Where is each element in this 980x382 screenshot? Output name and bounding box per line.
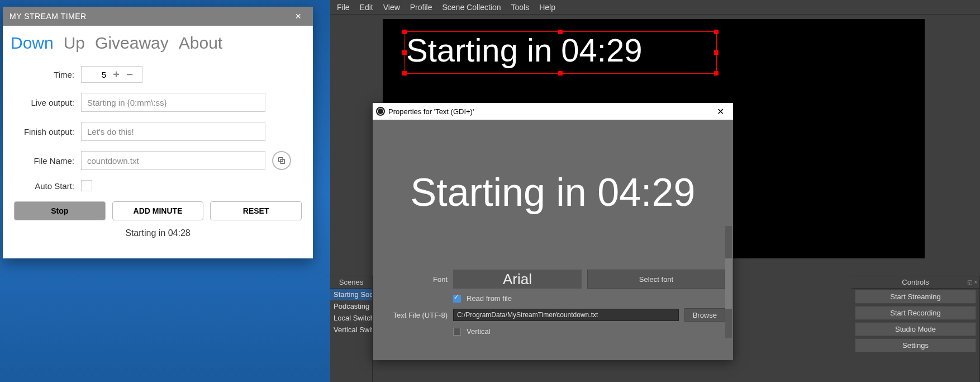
properties-scrollbar[interactable]	[725, 226, 732, 338]
file-name-input[interactable]	[81, 151, 265, 170]
scenes-list[interactable]: Starting Soo Podcasting Local Switch Ver…	[330, 289, 372, 382]
label-auto-start: Auto Start:	[14, 181, 74, 191]
properties-form: Font Arial Select font Read from file Te…	[373, 267, 733, 343]
menu-profile[interactable]: Profile	[410, 3, 432, 12]
resize-handle-nw[interactable]	[402, 30, 407, 34]
start-streaming-button[interactable]: Start Streaming	[855, 290, 976, 304]
label-finish-output: Finish output:	[14, 127, 74, 136]
auto-start-checkbox[interactable]	[81, 180, 92, 191]
vertical-checkbox[interactable]	[453, 328, 461, 336]
tab-up[interactable]: Up	[64, 34, 85, 53]
popout-icon[interactable]: ◱ ×	[967, 279, 977, 285]
label-file-name: File Name:	[14, 156, 74, 166]
font-preview: Arial	[453, 270, 582, 289]
menu-file[interactable]: File	[337, 3, 350, 12]
text-file-input[interactable]	[453, 309, 679, 321]
time-stepper[interactable]: + −	[81, 66, 142, 83]
stream-timer-titlebar[interactable]: MY STREAM TIMER ×	[3, 7, 313, 26]
label-read-from-file: Read from file	[467, 294, 512, 303]
stream-timer-body: Time: + − Live output: Finish output: Fi…	[3, 56, 313, 191]
menu-help[interactable]: Help	[539, 3, 555, 12]
scenes-panel: Scenes Starting Soo Podcasting Local Swi…	[330, 276, 373, 382]
tab-giveaway[interactable]: Giveaway	[95, 34, 169, 53]
scene-item[interactable]: Local Switch	[330, 312, 372, 324]
close-icon[interactable]: ✕	[712, 106, 729, 117]
tab-about[interactable]: About	[179, 34, 222, 53]
stream-timer-buttons: Stop ADD MINUTE RESET	[3, 201, 313, 220]
close-icon[interactable]: ×	[287, 7, 310, 26]
scene-item[interactable]: Podcasting	[330, 300, 372, 312]
settings-button[interactable]: Settings	[855, 338, 976, 352]
scene-item[interactable]: Starting Soo	[330, 289, 372, 300]
minus-icon[interactable]: −	[123, 67, 136, 82]
stream-timer-title: MY STREAM TIMER	[9, 12, 87, 21]
tab-down[interactable]: Down	[11, 34, 54, 53]
properties-preview: Starting in 04:29	[375, 122, 731, 263]
selection-box[interactable]	[404, 31, 717, 74]
properties-preview-text: Starting in 04:29	[411, 170, 696, 215]
controls-header: Controls ◱ ×	[851, 276, 979, 289]
start-recording-button[interactable]: Start Recording	[855, 306, 976, 320]
label-vertical: Vertical	[467, 327, 491, 336]
resize-handle-e[interactable]	[714, 50, 719, 55]
browse-button[interactable]: Browse	[684, 308, 725, 322]
reset-button[interactable]: RESET	[210, 201, 302, 220]
properties-title: Properties for 'Text (GDI+)'	[388, 107, 474, 116]
stop-button[interactable]: Stop	[14, 201, 106, 220]
menu-edit[interactable]: Edit	[360, 3, 373, 12]
obs-menubar: File Edit View Profile Scene Collection …	[330, 0, 980, 15]
select-font-button[interactable]: Select font	[587, 270, 725, 289]
add-minute-button[interactable]: ADD MINUTE	[112, 201, 204, 220]
stream-timer-tabs: Down Up Giveaway About	[3, 26, 313, 56]
resize-handle-sw[interactable]	[402, 71, 407, 76]
stream-timer-window: MY STREAM TIMER × Down Up Giveaway About…	[3, 7, 313, 258]
resize-handle-n[interactable]	[558, 30, 563, 34]
copy-icon[interactable]	[272, 151, 291, 170]
finish-output-input[interactable]	[81, 122, 265, 141]
menu-tools[interactable]: Tools	[511, 3, 530, 12]
scenes-header-label: Scenes	[339, 278, 363, 286]
resize-handle-ne[interactable]	[714, 30, 719, 34]
live-output-input[interactable]	[81, 93, 265, 112]
menu-scene-collection[interactable]: Scene Collection	[442, 3, 501, 12]
studio-mode-button[interactable]: Studio Mode	[855, 322, 976, 336]
properties-titlebar[interactable]: Properties for 'Text (GDI+)' ✕	[373, 103, 733, 120]
properties-dialog: Properties for 'Text (GDI+)' ✕ Starting …	[373, 103, 733, 360]
label-live-output: Live output:	[14, 98, 74, 107]
time-input[interactable]	[82, 70, 110, 79]
resize-handle-s[interactable]	[558, 71, 563, 76]
obs-logo-icon	[376, 107, 385, 116]
controls-panel: Controls ◱ × Start Streaming Start Recor…	[851, 276, 980, 382]
resize-handle-se[interactable]	[714, 71, 719, 76]
label-time: Time:	[14, 70, 74, 79]
controls-header-label: Controls	[902, 278, 929, 286]
scrollbar-thumb[interactable]	[725, 258, 732, 309]
label-font: Font	[380, 275, 448, 284]
plus-icon[interactable]: +	[110, 67, 123, 82]
label-text-file: Text File (UTF-8)	[380, 311, 448, 319]
stream-timer-status: Starting in 04:28	[3, 228, 313, 238]
scenes-header: Scenes	[330, 276, 372, 289]
resize-handle-w[interactable]	[402, 50, 407, 55]
scene-item[interactable]: Vertical Swit	[330, 324, 372, 336]
read-from-file-checkbox[interactable]	[453, 295, 461, 303]
menu-view[interactable]: View	[383, 3, 400, 12]
